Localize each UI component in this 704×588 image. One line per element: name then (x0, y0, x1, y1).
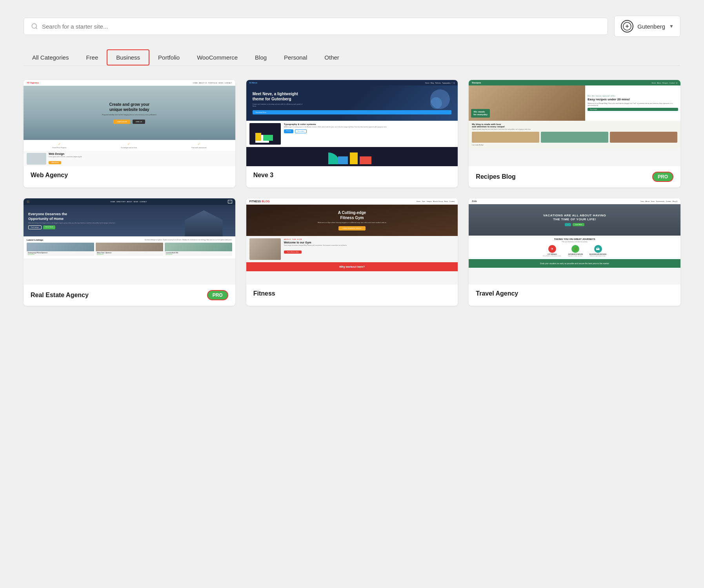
cards-grid: YF Agency HOME ABOUT US PORTFOLIO NEWS C… (24, 80, 680, 306)
search-icon (31, 23, 38, 30)
card-title-real-estate: Real Estate Agency (31, 292, 89, 299)
card-footer-recipes-blog: Recipes Blog PRO (469, 166, 680, 187)
card-travel-agency[interactable]: Zolo Tours About Team Testimonials Conta… (469, 198, 680, 306)
card-title-travel-agency: Travel Agency (476, 290, 518, 297)
gutenberg-label: Gutenberg (637, 23, 665, 30)
gutenberg-logo (621, 20, 633, 33)
gutenberg-selector[interactable]: Gutenberg ▼ (614, 16, 680, 37)
pro-badge-recipes-blog: PRO (652, 172, 673, 182)
category-blog[interactable]: Blog (246, 50, 275, 65)
card-title-fitness: Fitness (253, 290, 275, 297)
category-woocommerce[interactable]: WooCommerce (188, 50, 246, 65)
card-footer-neve3: Neve 3 (246, 166, 458, 184)
card-footer-travel-agency: Travel Agency (469, 285, 680, 303)
card-preview-fitness: FITNESS BLOG Home Gym Images Muscle Grou… (246, 198, 458, 285)
card-footer-real-estate: Real Estate Agency PRO (24, 285, 235, 306)
search-bar-row: Gutenberg ▼ (24, 16, 680, 37)
card-title-recipes-blog: Recipes Blog (476, 173, 515, 180)
chevron-down-icon: ▼ (669, 24, 674, 29)
svg-point-0 (32, 24, 36, 28)
card-neve3[interactable]: N Neve Home Blog Patterns Typography f Q… (246, 80, 458, 187)
card-preview-neve3: N Neve Home Blog Patterns Typography f Q… (246, 80, 458, 166)
card-title-neve3: Neve 3 (253, 172, 274, 179)
card-footer-fitness: Fitness (246, 285, 458, 303)
card-real-estate[interactable]: ⬛ HOME DIRECTORY ABOUT NEWS CONTACT ≡ Ev… (24, 198, 235, 306)
category-free[interactable]: Free (77, 50, 107, 65)
card-preview-recipes-blog: Recipes Home About Recipes Contact Q 40+… (469, 80, 680, 166)
categories-row: All Categories Free Business Portfolio W… (24, 49, 680, 66)
card-fitness[interactable]: FITNESS BLOG Home Gym Images Muscle Grou… (246, 198, 458, 306)
category-all[interactable]: All Categories (24, 50, 77, 65)
card-preview-travel-agency: Zolo Tours About Team Testimonials Conta… (469, 198, 680, 285)
card-preview-real-estate: ⬛ HOME DIRECTORY ABOUT NEWS CONTACT ≡ Ev… (24, 198, 235, 285)
card-recipes-blog[interactable]: Recipes Home About Recipes Contact Q 40+… (469, 80, 680, 187)
category-business[interactable]: Business (107, 49, 149, 65)
card-title-web-agency: Web Agency (31, 172, 68, 179)
card-footer-web-agency: Web Agency (24, 166, 235, 184)
card-preview-web-agency: YF Agency HOME ABOUT US PORTFOLIO NEWS C… (24, 80, 235, 166)
category-other[interactable]: Other (316, 50, 348, 65)
category-portfolio[interactable]: Portfolio (149, 50, 188, 65)
category-personal[interactable]: Personal (275, 50, 316, 65)
card-web-agency[interactable]: YF Agency HOME ABOUT US PORTFOLIO NEWS C… (24, 80, 235, 187)
search-input[interactable] (42, 23, 600, 30)
svg-line-1 (36, 27, 37, 29)
pro-badge-real-estate: PRO (207, 290, 228, 300)
search-input-wrapper[interactable] (24, 18, 608, 35)
